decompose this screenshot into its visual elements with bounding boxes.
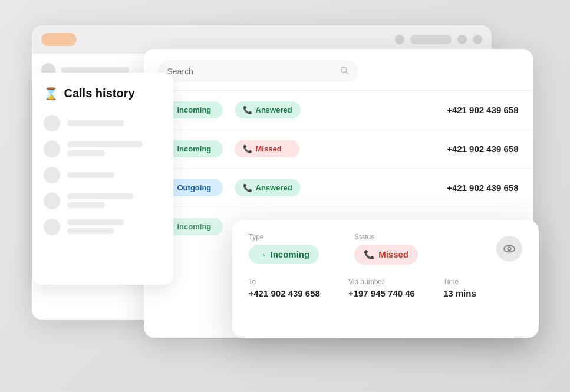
bg-dot-3: [473, 35, 482, 44]
svg-point-0: [341, 67, 346, 72]
phone-number-3: +421 902 439 658: [447, 183, 518, 193]
detail-status-badge: 📞 Missed: [354, 245, 418, 265]
svg-line-1: [346, 72, 348, 74]
scene: ⌛ Calls history: [32, 25, 539, 367]
detail-type-label: Type: [249, 233, 319, 241]
detail-to-value: +421 902 439 658: [249, 288, 320, 298]
sidebar-title-text: Calls history: [64, 87, 135, 100]
detail-time-value: 13 mins: [443, 288, 476, 298]
call-row-2[interactable]: → Incoming 📞 Missed +421 902 439 658: [144, 130, 533, 169]
detail-type-value: Incoming: [271, 249, 310, 259]
phone-icon-3: 📞: [243, 183, 252, 192]
bg-pill-sm: [410, 35, 452, 44]
status-label-1: Answered: [256, 106, 292, 114]
detail-via-field: Via number +197 945 740 46: [348, 278, 415, 298]
phone-number-1: +421 902 439 658: [447, 105, 518, 115]
detail-status-value: Missed: [378, 249, 408, 259]
detail-type-badge: → Incoming: [249, 245, 319, 264]
type-label-3: Outgoing: [177, 183, 212, 192]
nav-item-1: [44, 115, 162, 131]
sidebar-nav-items: [44, 115, 162, 235]
call-row-3[interactable]: ← Outgoing 📞 Answered +421 902 439 658: [144, 169, 533, 207]
nav-item-2: [44, 141, 162, 157]
detail-status-label: Status: [354, 233, 418, 241]
detail-time-field: Time 13 mins: [443, 278, 476, 298]
detail-type-arrow: →: [258, 249, 267, 259]
status-label-3: Answered: [256, 183, 292, 192]
status-badge-answered-1: 📞 Answered: [235, 101, 301, 118]
sidebar-title-panel: ⌛ Calls history: [32, 73, 173, 285]
bg-pill-decoration: [41, 33, 77, 46]
detail-time-label: Time: [443, 278, 476, 286]
detail-card: Type → Incoming Status 📞 Missed: [232, 220, 539, 338]
search-icon: [340, 65, 349, 77]
type-label-2: Incoming: [177, 144, 212, 153]
detail-status-field: Status 📞 Missed: [354, 233, 418, 265]
history-icon: ⌛: [44, 87, 58, 101]
status-badge-answered-3: 📞 Answered: [235, 179, 301, 196]
svg-point-2: [503, 245, 514, 252]
search-input[interactable]: [167, 67, 335, 76]
detail-phone-icon: 📞: [364, 249, 375, 260]
detail-via-value: +197 945 740 46: [348, 288, 415, 298]
phone-icon-2: 📞: [243, 144, 252, 153]
svg-point-3: [508, 247, 511, 251]
detail-type-field: Type → Incoming: [249, 233, 319, 265]
main-card-header: [144, 49, 533, 91]
phone-icon-1: 📞: [243, 106, 252, 114]
eye-button[interactable]: [496, 236, 522, 262]
detail-to-field: To +421 902 439 658: [249, 278, 320, 298]
bg-dot-1: [395, 35, 404, 44]
detail-via-label: Via number: [348, 278, 415, 286]
detail-to-label: To: [249, 278, 320, 286]
status-label-2: Missed: [256, 144, 282, 153]
search-box[interactable]: [158, 61, 358, 82]
sidebar-title: ⌛ Calls history: [44, 87, 162, 101]
type-label-4: Incoming: [177, 222, 212, 231]
call-row-1[interactable]: → Incoming 📞 Answered +421 902 439 658: [144, 91, 533, 130]
type-label-1: Incoming: [177, 106, 212, 114]
nav-item-3: [44, 167, 162, 183]
nav-item-5: [44, 219, 162, 235]
bg-dot-2: [457, 35, 467, 44]
status-badge-missed-2: 📞 Missed: [235, 140, 299, 157]
detail-bottom: To +421 902 439 658 Via number +197 945 …: [249, 278, 522, 298]
nav-item-4: [44, 193, 162, 209]
detail-top: Type → Incoming Status 📞 Missed: [249, 233, 522, 265]
phone-number-2: +421 902 439 658: [447, 144, 518, 154]
